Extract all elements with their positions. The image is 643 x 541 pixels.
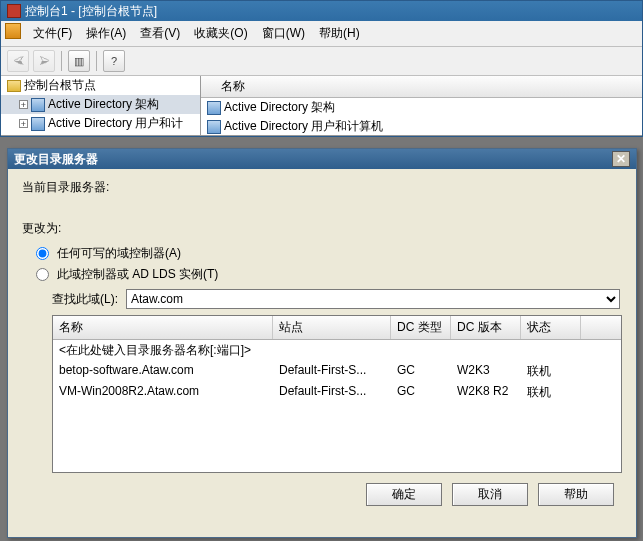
cell-name: betop-software.Ataw.com (53, 362, 273, 381)
col-dc-type[interactable]: DC 类型 (391, 316, 451, 339)
cell-name: VM-Win2008R2.Ataw.com (53, 383, 273, 402)
cell-name: <在此处键入目录服务器名称[:端口]> (53, 341, 273, 360)
radio-this-input[interactable] (36, 268, 49, 281)
expand-icon[interactable]: + (19, 119, 28, 128)
menu-favorites[interactable]: 收藏夹(O) (188, 23, 253, 44)
tree-item[interactable]: + Active Directory 用户和计 (1, 114, 200, 133)
ad-icon (31, 117, 45, 131)
cell-status: 联机 (521, 383, 581, 402)
expand-icon[interactable]: + (19, 100, 28, 109)
radio-any-label: 任何可写的域控制器(A) (57, 245, 181, 262)
menu-view[interactable]: 查看(V) (134, 23, 186, 44)
menu-bar: 文件(F) 操作(A) 查看(V) 收藏夹(O) 窗口(W) 帮助(H) (1, 21, 642, 47)
toolbar-separator (96, 51, 97, 71)
menu-window[interactable]: 窗口(W) (256, 23, 311, 44)
dialog-body: 当前目录服务器: 更改为: 任何可写的域控制器(A) 此域控制器或 AD LDS… (8, 169, 636, 537)
radio-this-dc[interactable]: 此域控制器或 AD LDS 实例(T) (22, 264, 622, 285)
ok-button[interactable]: 确定 (366, 483, 442, 506)
col-status[interactable]: 状态 (521, 316, 581, 339)
col-dc-version[interactable]: DC 版本 (451, 316, 521, 339)
cell-dc-version: W2K8 R2 (451, 383, 521, 402)
menu-file[interactable]: 文件(F) (27, 23, 78, 44)
forward-button[interactable]: ⮚ (33, 50, 55, 72)
folder-icon (7, 80, 21, 92)
list-item-label: Active Directory 用户和计算机 (224, 118, 383, 135)
help-button[interactable]: ? (103, 50, 125, 72)
menu-action[interactable]: 操作(A) (80, 23, 132, 44)
col-name[interactable]: 名称 (53, 316, 273, 339)
ad-icon (207, 101, 221, 115)
list-pane: 名称 Active Directory 架构 Active Directory … (201, 76, 642, 135)
find-domain-select[interactable]: Ataw.com (126, 289, 620, 309)
cell-site: Default-First-S... (273, 362, 391, 381)
close-icon[interactable]: ✕ (612, 151, 630, 167)
window-title: 控制台1 - [控制台根节点] (25, 3, 157, 20)
window-titlebar: 控制台1 - [控制台根节点] (1, 1, 642, 21)
radio-any-writable-dc[interactable]: 任何可写的域控制器(A) (22, 243, 622, 264)
cell-dc-version: W2K3 (451, 362, 521, 381)
change-to-label: 更改为: (22, 220, 622, 237)
tree-root[interactable]: 控制台根节点 (1, 76, 200, 95)
cancel-button[interactable]: 取消 (452, 483, 528, 506)
cell-site: Default-First-S... (273, 383, 391, 402)
table-row[interactable]: betop-software.Ataw.com Default-First-S.… (53, 361, 621, 382)
tree-pane: 控制台根节点 + Active Directory 架构 + Active Di… (1, 76, 201, 135)
content-area: 控制台根节点 + Active Directory 架构 + Active Di… (1, 76, 642, 136)
tree-item[interactable]: + Active Directory 架构 (1, 95, 200, 114)
help-button[interactable]: 帮助 (538, 483, 614, 506)
app-icon (7, 4, 21, 18)
cell-dc-type: GC (391, 362, 451, 381)
tree-root-label: 控制台根节点 (24, 77, 96, 94)
radio-this-label: 此域控制器或 AD LDS 实例(T) (57, 266, 218, 283)
back-button[interactable]: ⮘ (7, 50, 29, 72)
dialog-titlebar: 更改目录服务器 ✕ (8, 149, 636, 169)
list-header[interactable]: 名称 (201, 76, 642, 98)
show-hide-tree-button[interactable]: ▥ (68, 50, 90, 72)
table-row[interactable]: VM-Win2008R2.Ataw.com Default-First-S...… (53, 382, 621, 403)
doc-icon (5, 23, 21, 39)
list-item-label: Active Directory 架构 (224, 99, 335, 116)
tree-item-label: Active Directory 架构 (48, 96, 159, 113)
toolbar-separator (61, 51, 62, 71)
radio-any-input[interactable] (36, 247, 49, 260)
toolbar: ⮘ ⮚ ▥ ? (1, 47, 642, 76)
grid-header: 名称 站点 DC 类型 DC 版本 状态 (53, 316, 621, 340)
cell-status: 联机 (521, 362, 581, 381)
dialog-title: 更改目录服务器 (14, 151, 98, 168)
tree-item-label: Active Directory 用户和计 (48, 115, 183, 132)
list-item[interactable]: Active Directory 用户和计算机 (201, 117, 642, 135)
server-grid: 名称 站点 DC 类型 DC 版本 状态 <在此处键入目录服务器名称[:端口]>… (52, 315, 622, 473)
tree-item[interactable]: + Active Directory 域和信任 (1, 133, 200, 135)
tree-item-label: Active Directory 域和信任 (48, 134, 183, 135)
ad-icon (31, 98, 45, 112)
find-domain-row: 查找此域(L): Ataw.com (22, 285, 622, 315)
grid-body: <在此处键入目录服务器名称[:端口]> betop-software.Ataw.… (53, 340, 621, 403)
dialog-button-row: 确定 取消 帮助 (22, 473, 622, 508)
main-window: 控制台1 - [控制台根节点] 文件(F) 操作(A) 查看(V) 收藏夹(O)… (0, 0, 643, 137)
grid-placeholder-row[interactable]: <在此处键入目录服务器名称[:端口]> (53, 340, 621, 361)
cell-dc-type: GC (391, 383, 451, 402)
col-site[interactable]: 站点 (273, 316, 391, 339)
change-directory-server-dialog: 更改目录服务器 ✕ 当前目录服务器: 更改为: 任何可写的域控制器(A) 此域控… (7, 148, 637, 538)
current-server-label: 当前目录服务器: (22, 179, 622, 196)
menu-help[interactable]: 帮助(H) (313, 23, 366, 44)
ad-icon (207, 120, 221, 134)
find-domain-label: 查找此域(L): (52, 291, 118, 308)
list-item[interactable]: Active Directory 架构 (201, 98, 642, 117)
